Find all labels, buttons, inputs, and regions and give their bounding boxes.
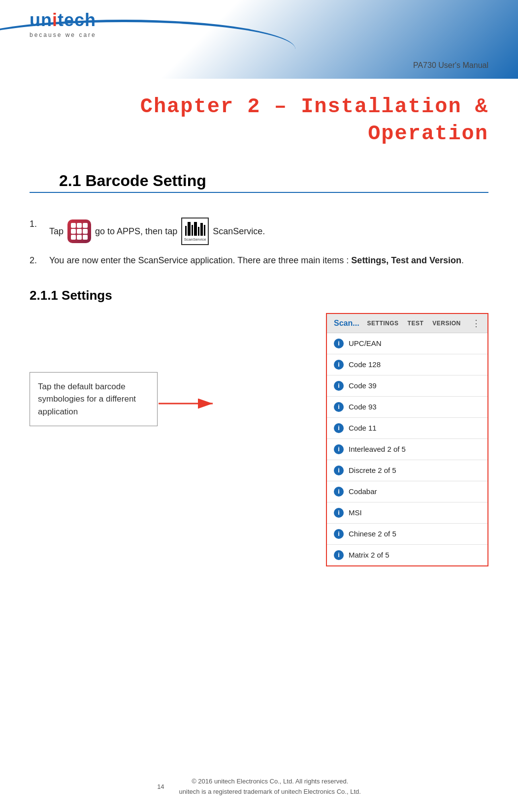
menu-label-code93: Code 93 [349, 403, 377, 411]
menu-label-upc-ean: UPC/EAN [349, 339, 382, 347]
step-2-content: 2. You are now enter the ScanService app… [30, 253, 488, 268]
step-2-text: You are now enter the ScanService applic… [49, 253, 464, 268]
manual-title: PA730 User's Manual [413, 61, 488, 70]
phone-screenshot: Scan... SETTINGS TEST VERSION ⋮ i UPC/EA… [326, 313, 488, 566]
menu-item-code11[interactable]: i Code 11 [327, 418, 487, 439]
test-tab[interactable]: TEST [405, 319, 427, 328]
info-icon-code93: i [334, 402, 344, 412]
menu-item-msi[interactable]: i MSI [327, 502, 487, 524]
callout-box: Tap the default barcode symbologies for … [30, 372, 158, 427]
info-icon-chinese: i [334, 529, 344, 539]
menu-item-discrete[interactable]: i Discrete 2 of 5 [327, 460, 487, 481]
section-2-1-title: 2.1 Barcode Setting [30, 157, 488, 192]
menu-item-code128[interactable]: i Code 128 [327, 354, 487, 375]
menu-label-msi: MSI [349, 508, 362, 517]
footer-line: 14 © 2016 unitech Electronics Co., Ltd. … [0, 777, 518, 797]
version-tab[interactable]: VERSION [429, 319, 464, 328]
menu-label-chinese: Chinese 2 of 5 [349, 530, 396, 538]
page-footer: 14 © 2016 unitech Electronics Co., Ltd. … [0, 777, 518, 797]
step-1-pre-text: Tap [49, 224, 64, 239]
menu-item-code93[interactable]: i Code 93 [327, 397, 487, 418]
menu-label-discrete: Discrete 2 of 5 [349, 466, 396, 474]
info-icon-code11: i [334, 423, 344, 433]
scan-tab-label: Scan... [334, 319, 359, 328]
step-1: 1. Tap go to APPS, then tap [30, 218, 488, 245]
logo-tagline: because we care [30, 31, 97, 38]
step-1-number: 1. [30, 218, 49, 231]
menu-item-interleaved[interactable]: i Interleaved 2 of 5 [327, 439, 487, 460]
info-icon-code39: i [334, 381, 344, 391]
settings-tab[interactable]: SETTINGS [364, 319, 402, 328]
menu-label-codabar: Codabar [349, 487, 377, 496]
info-icon-code128: i [334, 360, 344, 370]
callout-text: Tap the default barcode symbologies for … [38, 382, 136, 416]
menu-label-code11: Code 11 [349, 424, 377, 432]
menu-label-code128: Code 128 [349, 360, 381, 369]
menu-label-matrix: Matrix 2 of 5 [349, 551, 389, 559]
section-2-1-1-title: 2.1.1 Settings [0, 283, 518, 313]
page-header: unitech because we care PA730 User's Man… [0, 0, 518, 79]
info-icon-discrete: i [334, 466, 344, 475]
menu-item-code39[interactable]: i Code 39 [327, 375, 487, 397]
chapter-title: Chapter 2 – Installation & Operation [30, 94, 488, 147]
page-number: 14 [157, 782, 164, 792]
phone-topbar: Scan... SETTINGS TEST VERSION ⋮ [327, 314, 487, 333]
scan-service-icon: ScanService [181, 218, 209, 245]
company-logo: unitech [30, 10, 97, 31]
info-icon-codabar: i [334, 487, 344, 497]
menu-item-upc-ean[interactable]: i UPC/EAN [327, 333, 487, 354]
info-icon-matrix: i [334, 550, 344, 560]
step-1-post-text: ScanService. [213, 224, 265, 239]
main-content: 1. Tap go to APPS, then tap [0, 193, 518, 283]
menu-label-code39: Code 39 [349, 381, 377, 390]
step-1-content: Tap go to APPS, then tap [49, 218, 265, 245]
step-2-number: 2. [30, 253, 49, 268]
section-2-1-container: 2.1 Barcode Setting [0, 152, 518, 193]
info-icon-upc-ean: i [334, 339, 344, 348]
menu-item-chinese[interactable]: i Chinese 2 of 5 [327, 524, 487, 545]
callout-arrow [159, 394, 218, 415]
menu-label-interleaved: Interleaved 2 of 5 [349, 445, 406, 453]
menu-item-matrix[interactable]: i Matrix 2 of 5 [327, 545, 487, 565]
footer-copyright: © 2016 unitech Electronics Co., Ltd. All… [179, 777, 361, 797]
screenshot-area: Tap the default barcode symbologies for … [0, 313, 518, 581]
info-icon-interleaved: i [334, 444, 344, 454]
apps-icon [67, 219, 91, 243]
info-icon-msi: i [334, 508, 344, 518]
logo-area: unitech because we care [30, 10, 97, 38]
menu-item-codabar[interactable]: i Codabar [327, 481, 487, 502]
step-2: 2. You are now enter the ScanService app… [30, 253, 488, 268]
step-1-mid-text: go to APPS, then tap [95, 224, 177, 239]
more-options-icon[interactable]: ⋮ [472, 318, 481, 329]
chapter-title-area: Chapter 2 – Installation & Operation [0, 79, 518, 152]
